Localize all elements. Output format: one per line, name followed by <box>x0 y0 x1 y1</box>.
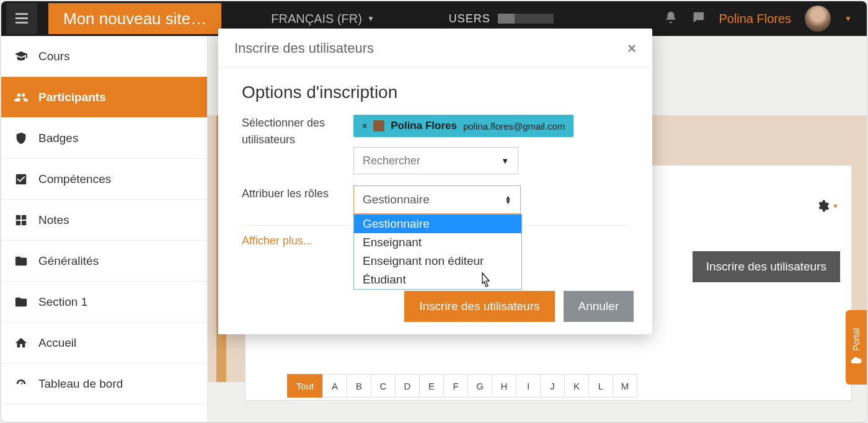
alpha-L[interactable]: L <box>588 374 613 398</box>
language-label: FRANÇAIS (FR) <box>271 12 362 26</box>
select-caret-icon: ▲▼ <box>505 195 512 203</box>
messages-button[interactable] <box>691 11 705 27</box>
users-progress <box>498 14 554 24</box>
alpha-M[interactable]: M <box>613 374 637 398</box>
home-icon <box>14 336 29 350</box>
sidebar-item-accueil[interactable]: Accueil <box>1 323 207 363</box>
users-icon <box>14 91 29 104</box>
site-brand[interactable]: Mon nouveau site… <box>48 3 221 34</box>
graduation-icon <box>14 50 29 63</box>
sidebar-item-label: Notes <box>38 213 69 227</box>
sidebar-item-label: Badges <box>38 131 78 145</box>
modal-section-title: Options d'inscription <box>242 82 629 102</box>
user-search-input[interactable]: Rechercher ▼ <box>353 147 518 174</box>
avatar[interactable] <box>805 6 831 32</box>
user-name[interactable]: Polina Flores <box>719 12 791 26</box>
user-menu-caret-icon[interactable]: ▼ <box>844 14 852 23</box>
role-option[interactable]: Enseignant non éditeur <box>354 252 521 270</box>
alpha-J[interactable]: J <box>540 374 565 398</box>
show-more-link[interactable]: Afficher plus... <box>242 234 312 247</box>
selected-user-chip[interactable]: × Polina Flores polina.flores@gmail.com <box>353 115 574 137</box>
role-option[interactable]: Gestionnaire <box>354 215 521 233</box>
language-selector[interactable]: FRANÇAIS (FR) ▼ <box>271 12 374 26</box>
role-selected-value: Gestionnaire <box>363 193 430 207</box>
sidebar-item-badges[interactable]: Badges <box>1 118 207 159</box>
enrol-users-modal: Inscrire des utilisateurs × Options d'in… <box>218 29 652 334</box>
sidebar-item-label: Compétences <box>38 172 111 186</box>
chip-user-email: polina.flores@gmail.com <box>463 121 565 131</box>
bell-icon <box>664 11 678 24</box>
role-dropdown: GestionnaireEnseignantEnseignant non édi… <box>353 214 522 290</box>
enrol-users-submit-button[interactable]: Inscrire des utilisateurs <box>404 291 554 322</box>
caret-down-icon: ▼ <box>832 202 839 210</box>
role-select[interactable]: Gestionnaire ▲▼ GestionnaireEnseignantEn… <box>353 185 521 214</box>
notifications-button[interactable] <box>664 11 678 27</box>
svg-rect-2 <box>16 22 28 24</box>
alpha-F[interactable]: F <box>443 374 468 398</box>
sidebar-item-tableau-de-bord[interactable]: Tableau de bord <box>1 363 207 404</box>
search-placeholder: Rechercher <box>363 154 420 167</box>
sidebar-item-label: Section 1 <box>38 295 87 309</box>
hamburger-button[interactable] <box>6 3 37 34</box>
grid-icon <box>14 213 29 227</box>
role-option[interactable]: Étudiant <box>354 270 521 289</box>
sidebar-item-section-1[interactable]: Section 1 <box>1 282 207 323</box>
sidebar: CoursParticipantsBadgesCompétencesNotesG… <box>1 36 208 422</box>
gear-icon <box>816 199 830 213</box>
sidebar-item-notes[interactable]: Notes <box>1 200 207 241</box>
svg-rect-1 <box>16 17 28 19</box>
role-option[interactable]: Enseignant <box>354 233 521 252</box>
assign-roles-label: Attribuer les rôles <box>242 185 353 214</box>
svg-rect-0 <box>16 13 28 15</box>
alpha-G[interactable]: G <box>467 374 492 398</box>
sidebar-item-label: Généralités <box>38 254 99 268</box>
alpha-filter-row: ToutABCDEFGHIJKLM <box>288 374 637 398</box>
cloud-icon <box>850 354 862 367</box>
alpha-B[interactable]: B <box>347 374 371 398</box>
check-square-icon <box>14 172 29 186</box>
portal-label: Portal <box>851 328 861 351</box>
card-settings-button[interactable]: ▼ <box>816 199 839 213</box>
sidebar-item-participants[interactable]: Participants <box>1 77 207 118</box>
shield-icon <box>14 131 29 145</box>
cancel-button[interactable]: Annuler <box>564 291 634 322</box>
hamburger-icon <box>16 13 28 24</box>
alpha-H[interactable]: H <box>492 374 516 398</box>
sidebar-item-label: Tableau de bord <box>38 377 123 391</box>
sidebar-item-label: Participants <box>38 91 106 104</box>
alpha-I[interactable]: I <box>516 374 541 398</box>
modal-close-button[interactable]: × <box>627 40 636 57</box>
alpha-A[interactable]: A <box>322 374 347 398</box>
caret-down-icon: ▼ <box>367 14 374 23</box>
sidebar-item-cours[interactable]: Cours <box>1 36 207 77</box>
remove-chip-icon[interactable]: × <box>362 121 367 131</box>
portal-tab[interactable]: Portal <box>846 310 867 385</box>
enrol-users-page-button[interactable]: Inscrire des utilisateurs <box>693 251 840 282</box>
alpha-all[interactable]: Tout <box>287 374 323 398</box>
select-users-label: Sélectionner des utilisateurs <box>242 115 353 174</box>
alpha-D[interactable]: D <box>395 374 420 398</box>
dashboard-icon <box>14 377 29 391</box>
chip-user-name: Polina Flores <box>391 120 457 132</box>
alpha-K[interactable]: K <box>564 374 589 398</box>
sidebar-item-compétences[interactable]: Compétences <box>1 159 207 200</box>
sidebar-item-label: Cours <box>38 50 70 63</box>
sidebar-item-label: Accueil <box>38 336 76 350</box>
users-label: USERS <box>449 12 490 25</box>
chat-icon <box>691 11 705 24</box>
folder-icon <box>14 295 29 309</box>
folder-icon <box>14 254 29 268</box>
alpha-C[interactable]: C <box>371 374 396 398</box>
dropdown-triangle-icon: ▼ <box>501 156 509 166</box>
modal-title: Inscrire des utilisateurs <box>234 40 374 56</box>
alpha-E[interactable]: E <box>419 374 444 398</box>
chip-avatar <box>373 120 384 131</box>
sidebar-item-généralités[interactable]: Généralités <box>1 241 207 282</box>
